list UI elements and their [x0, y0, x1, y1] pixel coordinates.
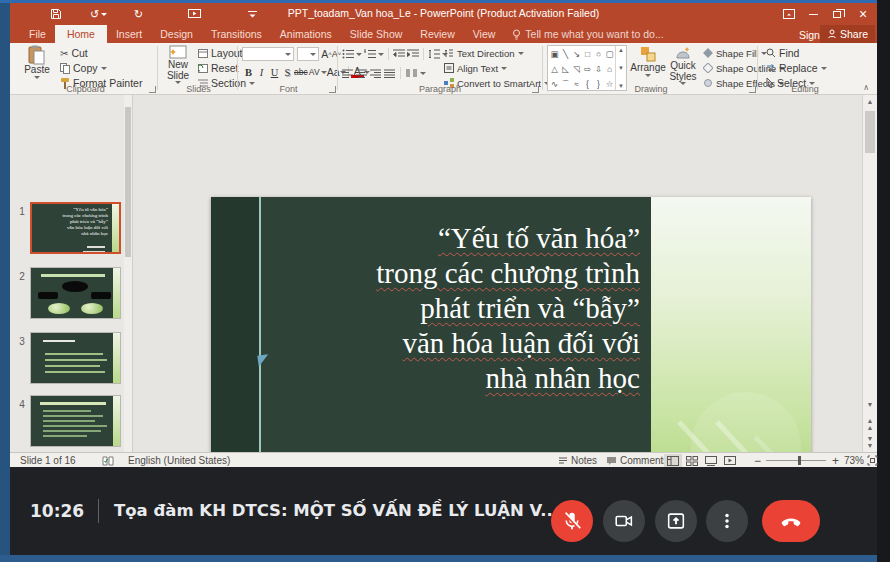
normal-view-button[interactable] [664, 454, 682, 467]
customize-qat-icon[interactable] [248, 6, 257, 22]
copy-button[interactable]: Copy [60, 61, 107, 75]
find-button[interactable]: Find [766, 46, 799, 60]
ribbon-display-options-icon[interactable] [777, 3, 801, 25]
thumbnail-slide-1[interactable]: “Yếu tố văn hóa”trong các chương trình p… [30, 202, 121, 254]
underline-button[interactable]: U [268, 65, 281, 79]
editor-scrollbar[interactable]: ▲ ▼ ▲▲ ▼▼ [862, 95, 877, 452]
shape-icon[interactable]: ▣ [550, 49, 558, 59]
notes-toggle[interactable]: Notes [558, 454, 597, 467]
cut-button[interactable]: ✂ Cut [60, 46, 88, 60]
shape-icon[interactable]: □ [585, 49, 590, 59]
paragraph-dialog-launcher[interactable] [532, 86, 539, 93]
tab-animations[interactable]: Animations [271, 25, 341, 43]
start-slideshow-icon[interactable] [188, 6, 201, 22]
tab-file[interactable]: File [20, 25, 55, 43]
reading-view-button[interactable] [702, 454, 720, 467]
line-spacing-icon[interactable] [428, 49, 440, 59]
thumbnail-scrollbar-thumb[interactable] [125, 107, 131, 257]
tab-review[interactable]: Review [411, 25, 463, 43]
share-button[interactable]: Share [820, 25, 875, 43]
shape-icon[interactable]: ↘ [573, 49, 580, 59]
justify-icon[interactable] [384, 69, 395, 78]
reset-button[interactable]: Reset [198, 61, 238, 75]
scroll-up-icon[interactable]: ▲ [863, 98, 877, 105]
previous-slide-icon[interactable]: ▲▲ [863, 417, 877, 431]
tab-insert[interactable]: Insert [107, 25, 151, 43]
collapse-ribbon-icon[interactable]: ∧ [863, 83, 869, 92]
thumbnail-slide-3[interactable] [30, 332, 121, 384]
font-size-combobox[interactable] [297, 47, 319, 61]
more-options-button[interactable] [706, 500, 748, 542]
minimize-button[interactable] [801, 3, 825, 25]
align-text-button[interactable]: Align Text [444, 61, 507, 75]
camera-button[interactable] [603, 500, 645, 542]
shape-icon[interactable]: ⇨ [584, 64, 591, 74]
shape-icon[interactable]: ⌂ [607, 64, 612, 74]
thumbnail-scrollbar[interactable] [124, 95, 132, 452]
restore-button[interactable] [825, 3, 849, 25]
strikethrough-button[interactable]: abc [294, 65, 308, 79]
decrease-indent-icon[interactable] [393, 49, 405, 59]
font-dialog-launcher[interactable] [329, 86, 336, 93]
thumbnail-slide-4[interactable] [30, 395, 121, 447]
font-name-combobox[interactable] [242, 47, 294, 61]
bullets-icon[interactable] [342, 49, 354, 59]
shapes-scroll-up-icon[interactable]: ▲ [618, 47, 624, 53]
increase-indent-icon[interactable] [407, 49, 419, 59]
slideshow-view-button[interactable] [721, 454, 739, 467]
arrange-button[interactable]: Arrange [631, 45, 665, 77]
character-spacing-button[interactable]: AV [308, 65, 321, 79]
columns-icon[interactable] [406, 69, 417, 78]
shape-icon[interactable]: ╲ [563, 49, 568, 59]
tab-transitions[interactable]: Transitions [202, 25, 271, 43]
shape-icon[interactable]: ▢ [605, 49, 613, 59]
next-slide-icon[interactable]: ▼▼ [863, 435, 877, 449]
editor-scrollbar-thumb[interactable] [865, 111, 875, 153]
zoom-slider-thumb[interactable] [798, 456, 801, 465]
redo-icon[interactable]: ↻ [134, 6, 143, 22]
text-shadow-button[interactable]: S [281, 65, 294, 79]
clipboard-dialog-launcher[interactable] [149, 86, 156, 93]
zoom-out-button[interactable]: − [754, 454, 761, 467]
italic-button[interactable]: I [255, 65, 268, 79]
paste-button[interactable]: Paste [20, 45, 54, 79]
tab-slideshow[interactable]: Slide Show [341, 25, 412, 43]
shape-icon[interactable]: △ [551, 64, 558, 74]
bold-button[interactable]: B [242, 65, 255, 79]
microphone-muted-button[interactable] [551, 500, 593, 542]
spell-check-icon[interactable] [102, 454, 114, 467]
align-left-icon[interactable] [342, 69, 353, 78]
quick-styles-button[interactable]: Quick Styles [667, 45, 699, 85]
new-slide-button[interactable]: New Slide [161, 45, 195, 84]
drawing-dialog-launcher[interactable] [749, 86, 756, 93]
shape-icon[interactable]: ◹ [573, 64, 580, 74]
align-center-icon[interactable] [356, 69, 367, 78]
shape-icon[interactable]: ⇩ [595, 64, 602, 74]
shape-icon[interactable]: ○ [596, 49, 601, 59]
tab-view[interactable]: View [464, 25, 505, 43]
align-right-icon[interactable] [370, 69, 381, 78]
scroll-down-icon[interactable]: ▼ [863, 401, 877, 408]
zoom-slider-track[interactable] [766, 460, 826, 461]
zoom-in-button[interactable]: + [832, 454, 839, 467]
close-button[interactable]: × [851, 3, 875, 25]
thumbnail-slide-2[interactable] [30, 267, 121, 319]
shape-icon[interactable]: ◺ [562, 64, 569, 74]
slide-title-textbox[interactable]: “Yếu tố văn hóa” trong các chương trình … [210, 221, 640, 396]
slide-sorter-view-button[interactable] [683, 454, 701, 467]
replace-button[interactable]: Replace [766, 61, 827, 75]
undo-icon[interactable]: ↺ [90, 6, 107, 22]
text-direction-button[interactable]: Text Direction [444, 46, 524, 60]
language-indicator[interactable]: English (United States) [128, 454, 230, 467]
comments-toggle[interactable]: Comments [606, 454, 668, 467]
zoom-level[interactable]: 73% [844, 454, 864, 467]
save-icon[interactable] [50, 6, 62, 22]
tab-design[interactable]: Design [151, 25, 202, 43]
present-screen-button[interactable] [655, 500, 697, 542]
shapes-scroll-down-icon[interactable]: ▼ [618, 65, 624, 71]
leave-call-button[interactable] [762, 500, 820, 542]
numbering-icon[interactable] [364, 49, 376, 59]
tab-home[interactable]: Home [55, 25, 107, 43]
fit-to-window-icon[interactable] [867, 454, 878, 467]
tell-me-box[interactable]: Tell me what you want to do... [504, 25, 671, 43]
